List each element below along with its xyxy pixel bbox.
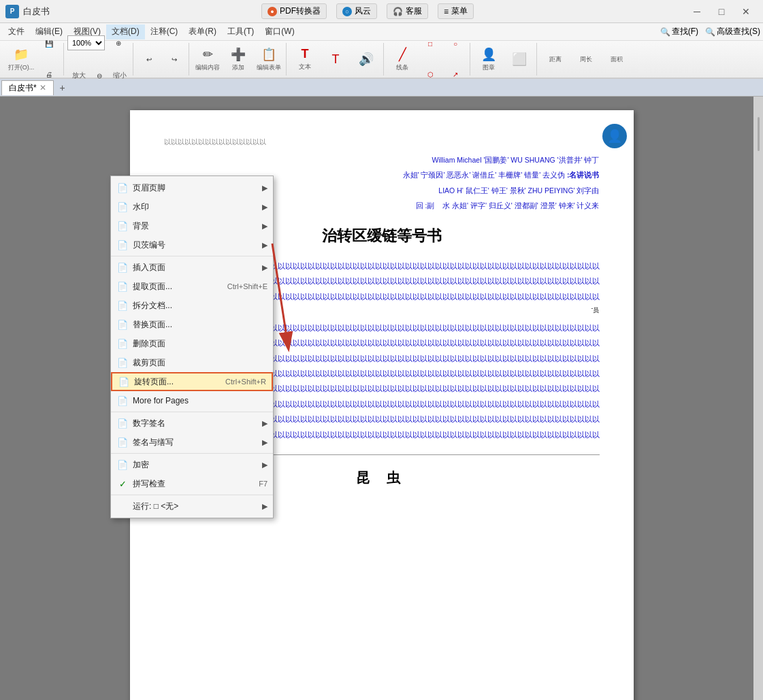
edit-form-icon: 📋 <box>261 47 276 62</box>
eraser-button[interactable]: ⬜ <box>504 44 534 74</box>
more-pages-label: More for Pages <box>133 396 267 405</box>
open-button[interactable]: 📁 打开(O)... <box>6 44 36 74</box>
header-footer-arrow: ▶ <box>262 184 267 193</box>
app-logo: P <box>5 5 19 18</box>
menu-item-encrypt[interactable]: 📄 加密 ▶ <box>111 455 273 474</box>
advanced-search-icon: 🔍 <box>705 27 715 37</box>
eraser-icon: ⬜ <box>512 52 527 67</box>
background-arrow: ▶ <box>262 222 267 231</box>
menu-item-bates[interactable]: 📄 贝茨编号 ▶ <box>111 235 273 254</box>
menu-item-sign-write[interactable]: 📄 签名与缮写 ▶ <box>111 433 273 452</box>
crop-label: 裁剪页面 <box>133 357 267 369</box>
extract-label: 提取页面... <box>133 281 223 293</box>
pdf-icon: ● <box>267 7 277 16</box>
new-tab-button[interactable]: + <box>55 80 70 95</box>
search-button[interactable]: 🔍 查找(F) <box>660 26 698 37</box>
spell-check-icon: ✓ <box>116 478 129 490</box>
menu-item-replace-page[interactable]: 📄 替换页面... <box>111 315 273 334</box>
menu-label: 菜单 <box>451 5 468 17</box>
menu-item-digital-sign[interactable]: 📄 数字签名 ▶ <box>111 414 273 433</box>
undo-button[interactable]: ↩ <box>137 44 161 74</box>
zoom-select[interactable]: 100% <box>67 35 105 50</box>
vertical-scrollbar[interactable] <box>753 97 763 700</box>
edit-content-button[interactable]: ✏ 编辑内容 <box>193 44 223 74</box>
minimize-button[interactable]: ─ <box>685 2 709 21</box>
menu-item-spell-check[interactable]: ✓ 拼写检查 F7 <box>111 474 273 493</box>
insert-page-arrow: ▶ <box>262 263 267 272</box>
menu-tools[interactable]: 工具(T) <box>222 24 259 39</box>
menu-item-watermark[interactable]: 📄 水印 ▶ <box>111 197 273 216</box>
fengyun-tool[interactable]: ○ 风云 <box>336 3 377 19</box>
redo-button[interactable]: ↪ <box>162 44 186 74</box>
rect-tool[interactable]: □ <box>418 29 442 59</box>
tab-close-icon[interactable]: ✕ <box>39 83 46 93</box>
audio-button[interactable]: 🔊 <box>351 44 381 74</box>
app-title: 白皮书 <box>23 5 50 18</box>
pdf-converter-tool[interactable]: ● PDF转换器 <box>261 3 327 19</box>
sign-write-arrow: ▶ <box>262 438 267 447</box>
save-icon: 💾 <box>45 40 53 48</box>
arrow-draw-icon: ↗ <box>453 71 458 78</box>
service-label: 客服 <box>406 5 422 17</box>
menu-item-crop-page[interactable]: 📄 裁剪页面 <box>111 353 273 372</box>
close-button[interactable]: ✕ <box>734 2 758 21</box>
rect-icon: □ <box>428 40 432 48</box>
zoom-plus-button[interactable]: ⊕ <box>106 28 131 58</box>
menu-item-extract-page[interactable]: 📄 提取页面... Ctrl+Shift+E <box>111 277 273 296</box>
menu-comment[interactable]: 注释(C) <box>145 24 184 39</box>
perimeter-button[interactable]: 周长 <box>571 44 601 74</box>
digital-sign-label: 数字签名 <box>133 418 255 429</box>
menu-item-split-doc[interactable]: 📄 拆分文档... <box>111 296 273 315</box>
tab-whitebook[interactable]: 白皮书* ✕ <box>1 80 54 95</box>
menu-item-header-footer[interactable]: 📄 页眉页脚 ▶ <box>111 178 273 197</box>
menu-tool[interactable]: ≡ 菜单 <box>438 3 474 19</box>
scrollbar-thumb[interactable] <box>758 117 760 151</box>
bates-label: 贝茨编号 <box>133 239 255 251</box>
text2-button[interactable]: T <box>321 44 351 74</box>
shrink-label: 缩小 <box>113 71 127 80</box>
zoom-minus-button[interactable]: ⊖ <box>87 61 112 90</box>
user-avatar-icon: 👤 <box>602 124 627 148</box>
separator-4 <box>111 495 273 495</box>
insert-page-icon: 📄 <box>116 261 129 273</box>
ellipse-tool[interactable]: ○ <box>443 29 468 59</box>
add-button[interactable]: ➕ 添加 <box>223 44 253 74</box>
section-title-text: 昆 虫 <box>356 470 408 485</box>
area-button[interactable]: 面积 <box>602 44 632 74</box>
stamp-button[interactable]: 👤 图章 <box>474 44 504 74</box>
polygon-tool[interactable]: ⬡ <box>418 60 442 90</box>
menu-item-rotate-page[interactable]: 📄 旋转页面... Ctrl+Shift+R <box>111 372 273 391</box>
text-tool-button[interactable]: T 文本 <box>290 44 320 74</box>
split-icon: 📄 <box>116 299 129 312</box>
replace-label: 替换页面... <box>133 319 267 331</box>
menu-item-insert-page[interactable]: 📄 插入页面 ▶ <box>111 258 273 277</box>
menu-item-delete-page[interactable]: 📄 删除页面 <box>111 334 273 353</box>
menu-item-more-pages[interactable]: 📄 More for Pages <box>111 391 273 410</box>
menu-item-run[interactable]: 运行: □ <无> ▶ <box>111 497 273 516</box>
stamp-icon: 👤 <box>481 47 496 62</box>
customer-service-tool[interactable]: 🎧 客服 <box>387 3 428 19</box>
header-footer-icon: 📄 <box>116 182 129 194</box>
toolbar: 📁 打开(O)... 💾 🖨 100% ⊕ <box>0 41 763 79</box>
line-tool-button[interactable]: ╱ 线条 <box>387 44 417 74</box>
save-button[interactable]: 💾 <box>37 29 61 59</box>
page-header: 以以以以以以以以以以以以以以以 <box>164 137 600 147</box>
crop-icon: 📄 <box>116 356 129 369</box>
edit-form-button[interactable]: 📋 编辑表单 <box>254 44 284 74</box>
maximize-button[interactable]: □ <box>710 2 733 21</box>
encrypt-icon: 📄 <box>116 459 129 471</box>
menu-form[interactable]: 表单(R) <box>183 24 222 39</box>
digital-sign-arrow: ▶ <box>262 419 267 428</box>
menu-file[interactable]: 文件 <box>3 24 30 39</box>
arrow-tool[interactable]: ↗ <box>443 60 468 90</box>
extract-icon: 📄 <box>116 280 129 293</box>
zoom-plus-icon: ⊕ <box>116 39 121 47</box>
split-label: 拆分文档... <box>133 300 267 312</box>
menu-window[interactable]: 窗口(W) <box>259 24 299 39</box>
advanced-search-button[interactable]: 🔍 高级查找(S) <box>705 26 760 37</box>
ellipse-icon: ○ <box>453 40 457 48</box>
dropdown-menu: 📄 页眉页脚 ▶ 📄 水印 ▶ 📄 背景 ▶ 📄 贝茨编号 ▶ <box>110 176 274 518</box>
distance-button[interactable]: 距离 <box>540 44 570 74</box>
menu-item-background[interactable]: 📄 背景 ▶ <box>111 216 273 235</box>
title-bar: P 白皮书 ● PDF转换器 ○ 风云 🎧 客服 ≡ 菜单 ─ □ ✕ <box>0 0 763 23</box>
